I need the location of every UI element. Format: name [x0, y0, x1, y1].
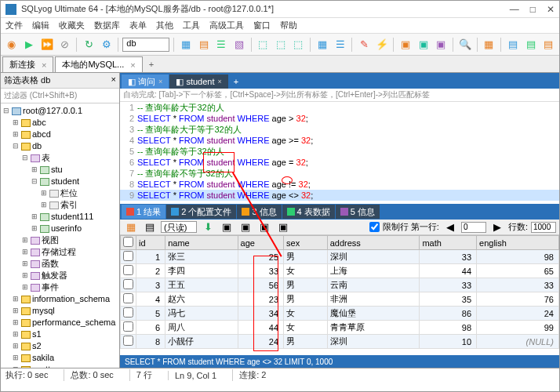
tree-node[interactable]: ⊟表 — [1, 152, 119, 164]
tree-toggle-icon[interactable]: ⊟ — [31, 176, 38, 187]
row-checkbox[interactable] — [123, 251, 133, 261]
cell[interactable]: 上海 — [327, 264, 420, 278]
tree-toggle-icon[interactable]: ⊟ — [2, 105, 10, 117]
cell[interactable]: 10 — [420, 335, 477, 349]
cell[interactable]: 男 — [284, 250, 328, 264]
edit-mode-select[interactable]: (只读) — [161, 221, 197, 233]
table-row[interactable]: 1张三25男深圳3398 — [121, 250, 559, 264]
db-selector[interactable]: db — [122, 38, 169, 52]
row-checkbox[interactable] — [123, 279, 133, 289]
cell[interactable]: 44 — [420, 264, 477, 278]
sidebar-close-icon[interactable]: × — [111, 74, 116, 86]
tree-node[interactable]: ⊞mysql — [1, 305, 119, 317]
conn-tab[interactable]: 本地的MySQL...× — [55, 56, 142, 72]
t7-icon[interactable]: ⬚ — [291, 37, 307, 53]
cell[interactable]: 小靓仔 — [165, 335, 238, 349]
minimize-icon[interactable]: — — [510, 4, 519, 15]
cell[interactable]: 33 — [420, 250, 477, 264]
stop-icon[interactable]: ⊘ — [57, 37, 73, 53]
menu-其他[interactable]: 其他 — [156, 20, 173, 31]
tree-toggle-icon[interactable]: ⊞ — [40, 199, 48, 211]
result-tab[interactable]: 4 表数据 — [282, 205, 335, 219]
col-header[interactable]: age — [238, 236, 284, 250]
cell[interactable]: 33 — [477, 278, 559, 292]
result-tab[interactable]: 1 结果 — [122, 205, 165, 219]
cell[interactable]: 周八 — [165, 321, 238, 335]
tree-node[interactable]: ⊞存储过程 — [1, 246, 119, 258]
cell[interactable]: 44 — [238, 321, 284, 335]
t16-icon[interactable]: ▦ — [482, 37, 497, 53]
cell[interactable]: 女 — [284, 321, 328, 335]
cell[interactable]: 65 — [477, 264, 559, 278]
row-checkbox[interactable] — [123, 307, 133, 318]
tree-toggle-icon[interactable]: ⊟ — [12, 140, 20, 152]
tree-toggle-icon[interactable]: ⊞ — [21, 234, 29, 246]
t19-icon[interactable]: ▤ — [540, 37, 556, 53]
cell[interactable]: 云南 — [327, 278, 420, 292]
tree-toggle-icon[interactable]: ⊟ — [21, 152, 29, 164]
tree-node[interactable]: ⊞函数 — [1, 258, 119, 270]
menu-工具[interactable]: 工具 — [183, 20, 200, 31]
menu-数据库[interactable]: 数据库 — [94, 20, 120, 31]
t11-icon[interactable]: ⚡ — [374, 37, 390, 53]
table-row[interactable]: 2李四33女上海4465 — [121, 264, 559, 278]
tree-toggle-icon[interactable]: ⊞ — [12, 129, 20, 140]
cell[interactable]: 赵六 — [165, 292, 238, 307]
row-count-input[interactable] — [531, 222, 556, 233]
tree-toggle-icon[interactable]: ⊞ — [12, 328, 20, 340]
tree-node[interactable]: ⊟root@127.0.0.1 — [1, 105, 119, 117]
tree-node[interactable]: ⊞scott — [1, 364, 119, 368]
tree-node[interactable]: ⊞视图 — [1, 234, 119, 246]
text-view-icon[interactable]: ▤ — [142, 220, 158, 235]
table-row[interactable]: 4赵六23男非洲3576 — [121, 292, 559, 307]
tree-toggle-icon[interactable]: ⊞ — [21, 258, 29, 270]
tree-toggle-icon[interactable]: ⊞ — [21, 246, 29, 258]
first-row-input[interactable] — [461, 222, 486, 233]
t8-icon[interactable]: ▦ — [315, 37, 330, 53]
run-all-icon[interactable]: ⏩ — [39, 37, 55, 53]
cell[interactable]: 5 — [136, 307, 165, 321]
menu-表单[interactable]: 表单 — [129, 20, 147, 31]
query-tab[interactable]: ◧ 询问× — [122, 74, 169, 89]
tree-node[interactable]: ⊞stu — [1, 164, 119, 176]
tab-close-icon[interactable]: × — [217, 78, 221, 85]
tree-node[interactable]: ⊞performance_schema — [1, 317, 119, 328]
row-checkbox[interactable] — [123, 265, 133, 275]
tree-toggle-icon[interactable]: ⊞ — [31, 164, 38, 176]
cell[interactable]: 女 — [284, 307, 328, 321]
tree-toggle-icon[interactable]: ⊞ — [31, 223, 38, 234]
menu-收藏夹[interactable]: 收藏夹 — [59, 20, 85, 31]
refresh-icon[interactable]: ↻ — [81, 37, 96, 53]
cell[interactable]: (NULL) — [477, 335, 559, 349]
cell[interactable]: 男 — [284, 278, 328, 292]
tree-toggle-icon[interactable]: ⊞ — [12, 352, 20, 364]
limit-checkbox[interactable] — [369, 222, 380, 232]
new-query-tab[interactable]: + — [229, 74, 243, 89]
tree-node[interactable]: ⊞栏位 — [1, 187, 119, 199]
format-icon[interactable]: ⚙ — [99, 37, 115, 53]
rt1-icon[interactable]: ▣ — [238, 220, 253, 235]
tree-toggle-icon[interactable]: ⊞ — [21, 270, 29, 281]
tree-node[interactable]: ⊞s1 — [1, 328, 119, 340]
object-tree[interactable]: ⊟root@127.0.0.1⊞abc⊞abcd⊟db⊟表⊞stu⊟studen… — [1, 103, 119, 368]
t10-icon[interactable]: ✎ — [356, 37, 372, 53]
col-header[interactable]: sex — [284, 236, 328, 250]
new-tab-button[interactable]: + — [144, 56, 158, 72]
tree-toggle-icon[interactable]: ⊞ — [12, 117, 20, 129]
tree-node[interactable]: ⊞sakila — [1, 352, 119, 364]
cell[interactable]: 深圳 — [327, 335, 420, 349]
table-row[interactable]: 6周八44女青青草原9899 — [121, 321, 559, 335]
t17-icon[interactable]: ▤ — [505, 37, 521, 53]
cell[interactable]: 王五 — [165, 278, 238, 292]
col-header[interactable]: english — [477, 236, 559, 250]
cell[interactable]: 24 — [238, 335, 284, 349]
cell[interactable]: 25 — [238, 250, 284, 264]
cell[interactable]: 6 — [136, 321, 165, 335]
close-icon[interactable]: ✕ — [547, 4, 555, 15]
tree-node[interactable]: ⊞userinfo — [1, 223, 119, 234]
conn-tab[interactable]: 新连接× — [2, 56, 53, 72]
cell[interactable]: 李四 — [165, 264, 238, 278]
tree-node[interactable]: ⊞事件 — [1, 281, 119, 293]
cell[interactable]: 86 — [420, 307, 477, 321]
cell[interactable]: 张三 — [165, 250, 238, 264]
